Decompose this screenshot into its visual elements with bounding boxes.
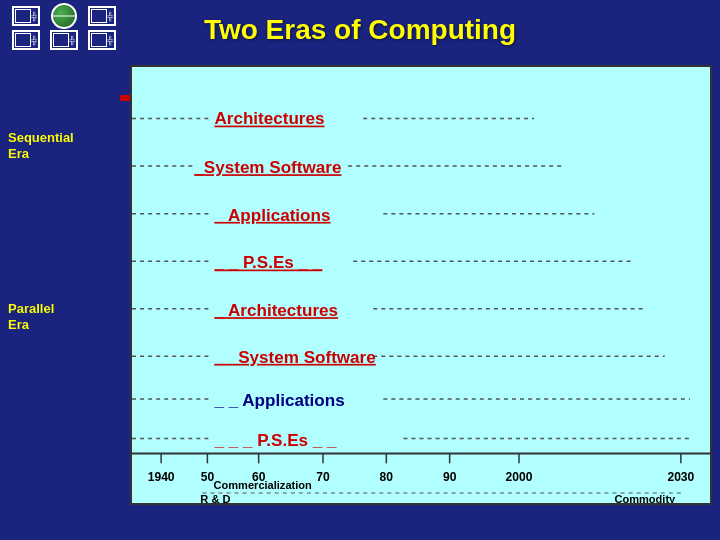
cpu-icon-3: ╬ (10, 29, 42, 51)
svg-text:_ _ P.S.Es _ _: _ _ P.S.Es _ _ (213, 253, 322, 272)
svg-text:2030: 2030 (667, 470, 694, 484)
cpu-chip-icon: ╬ (12, 6, 40, 26)
header-icons: ╬ ╬ ╬ ╬ (10, 5, 118, 51)
cpu-icon-1: ╬ (10, 5, 42, 27)
cpu-icon-2: ╬ (86, 5, 118, 27)
icon-row-bottom: ╬ ╬ ╬ (10, 29, 118, 51)
svg-text:1940: 1940 (148, 470, 175, 484)
svg-text:_ Applications: _ Applications (213, 206, 330, 225)
header: ╬ ╬ ╬ ╬ (0, 0, 720, 60)
svg-text:70: 70 (316, 470, 330, 484)
globe-icon (51, 3, 77, 29)
svg-text:Commercialization: Commercialization (214, 479, 313, 491)
page-title: Two Eras of Computing (204, 14, 516, 46)
sequential-era-label: Sequential Era (8, 130, 74, 161)
svg-text:_ _System Software: _ _System Software (213, 348, 375, 367)
svg-text:_ Architectures: _ Architectures (213, 301, 338, 320)
svg-text:Commodity: Commodity (615, 493, 677, 503)
svg-text:R & D: R & D (200, 493, 230, 503)
era-labels: Sequential Era Parallel Era (8, 130, 74, 332)
cpu-chip-icon-3: ╬ (12, 30, 40, 50)
cpu-icon-5: ╬ (86, 29, 118, 51)
globe-cell (48, 5, 80, 27)
cpu-chip-icon-4: ╬ (50, 30, 78, 50)
cpu-chip-icon-2: ╬ (88, 6, 116, 26)
svg-text:Architectures: Architectures (214, 110, 324, 129)
cpu-icon-4: ╬ (48, 29, 80, 51)
chart-area: 1940 50 60 70 80 90 2000 2030 Architectu… (130, 65, 712, 505)
svg-text:_System Software: _System Software (193, 158, 341, 177)
svg-text:_ _ _ P.S.Es _ _: _ _ _ P.S.Es _ _ (213, 431, 337, 450)
svg-text:80: 80 (380, 470, 394, 484)
svg-text:2000: 2000 (506, 470, 533, 484)
svg-text:90: 90 (443, 470, 457, 484)
parallel-era-label: Parallel Era (8, 301, 74, 332)
chart-svg: 1940 50 60 70 80 90 2000 2030 Architectu… (132, 67, 710, 503)
chart-content: 1940 50 60 70 80 90 2000 2030 Architectu… (132, 67, 710, 503)
svg-text:50: 50 (201, 470, 215, 484)
svg-text:_ _ Applications: _ _ Applications (213, 391, 344, 410)
cpu-chip-icon-5: ╬ (88, 30, 116, 50)
icon-row-top: ╬ ╬ (10, 5, 118, 27)
